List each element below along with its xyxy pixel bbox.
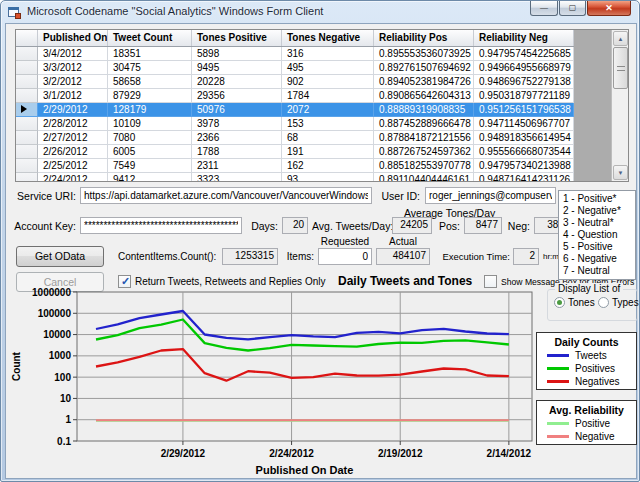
row-header-cell[interactable] <box>16 103 38 117</box>
row-header-cell[interactable] <box>16 145 38 159</box>
grid-cell[interactable]: 2/25/2012 <box>38 159 108 173</box>
table-row[interactable]: 2/29/20121281795097620720.88889319908835… <box>16 103 574 117</box>
row-header-cell[interactable] <box>16 159 38 173</box>
grid-cell[interactable]: 1788 <box>192 145 282 159</box>
grid-cell[interactable]: 3/4/2012 <box>38 47 108 61</box>
grid-cell[interactable]: 2/24/2012 <box>38 173 108 182</box>
list-item[interactable]: 7 - Neutral <box>563 265 635 277</box>
grid-cell[interactable]: 0.894052381984726 <box>374 75 474 89</box>
service-uri-input[interactable] <box>80 187 372 204</box>
grid-cell[interactable]: 9495 <box>192 61 282 75</box>
grid-cell[interactable]: 316 <box>282 47 374 61</box>
table-row[interactable]: 2/27/201270802366680.8788418721215560.94… <box>16 131 574 145</box>
grid-cell[interactable]: 0.890865642604313 <box>374 89 474 103</box>
tones-listbox[interactable]: 1 - Positive*2 - Negative*3 - Neutral*4 … <box>558 190 636 280</box>
grid-cell[interactable]: 7080 <box>108 131 192 145</box>
grid-cell[interactable]: 30475 <box>108 61 192 75</box>
table-row[interactable]: 3/1/2012879292935617840.8908656426043130… <box>16 89 574 103</box>
grid-column-header[interactable]: Published On <box>38 30 108 46</box>
grid-column-header[interactable]: Reliability Neg <box>474 30 574 46</box>
table-row[interactable]: 3/4/20121835158983160.8955535360739250.9… <box>16 47 574 61</box>
grid-cell[interactable]: 0.887452889666478 <box>374 117 474 131</box>
grid-cell[interactable]: 5898 <box>192 47 282 61</box>
grid-cell[interactable]: 153 <box>282 117 374 131</box>
grid-cell[interactable]: 0.950318797721189 <box>474 89 574 103</box>
grid-cell[interactable]: 68 <box>282 131 374 145</box>
grid-cell[interactable]: 2/28/2012 <box>38 117 108 131</box>
grid-cell[interactable]: 0.885182553970778 <box>374 159 474 173</box>
grid-cell[interactable]: 0.955566668073544 <box>474 145 574 159</box>
user-id-input[interactable] <box>425 187 556 204</box>
grid-cell[interactable]: 29356 <box>192 89 282 103</box>
grid-cell[interactable]: 0.949664955668979 <box>474 61 574 75</box>
grid-cell[interactable]: 1784 <box>282 89 374 103</box>
grid-cell[interactable]: 0.891104404446161 <box>374 173 474 182</box>
grid-cell[interactable]: 3/3/2012 <box>38 61 108 75</box>
grid-cell[interactable]: 2/29/2012 <box>38 103 108 117</box>
grid-cell[interactable]: 2/27/2012 <box>38 131 108 145</box>
grid-cell[interactable]: 0.948696752279138 <box>474 75 574 89</box>
table-row[interactable]: 2/25/2012754923111620.8851825539707780.9… <box>16 159 574 173</box>
list-item[interactable]: 4 - Question <box>563 229 635 241</box>
grid-column-header[interactable]: Tones Negative <box>282 30 374 46</box>
table-row[interactable]: 2/26/2012600517881910.8872675245973620.9… <box>16 145 574 159</box>
radio-types[interactable]: Types <box>598 297 639 308</box>
row-header-cell[interactable] <box>16 89 38 103</box>
grid-cell[interactable]: 0.88889319908835 <box>374 103 474 117</box>
grid-cell[interactable]: 902 <box>282 75 374 89</box>
grid-cell[interactable]: 9412 <box>108 173 192 182</box>
grid-cell[interactable]: 0.947957340213988 <box>474 159 574 173</box>
grid-column-header[interactable]: Reliability Pos <box>374 30 474 46</box>
grid-cell[interactable]: 495 <box>282 61 374 75</box>
scroll-up-icon[interactable]: ▲ <box>613 31 628 46</box>
grid-cell[interactable]: 2311 <box>192 159 282 173</box>
grid-cell[interactable]: 10109 <box>108 117 192 131</box>
table-row[interactable]: 2/28/20121010939781530.8874528896664780.… <box>16 117 574 131</box>
grid-cell[interactable]: 3323 <box>192 173 282 182</box>
row-header-cell[interactable] <box>16 61 38 75</box>
data-grid[interactable]: Published OnTweet CountTones PositiveTon… <box>15 29 629 182</box>
grid-cell[interactable]: 0.947114506967707 <box>474 117 574 131</box>
account-key-input[interactable] <box>80 217 242 234</box>
grid-cell[interactable]: 0.947957454225685 <box>474 47 574 61</box>
scroll-down-icon[interactable]: ▼ <box>613 165 628 180</box>
maximize-button[interactable]: ▢ <box>559 1 586 16</box>
grid-vertical-scrollbar[interactable]: ▲ ▼ <box>611 30 628 181</box>
grid-cell[interactable]: 2072 <box>282 103 374 117</box>
items-requested-input[interactable] <box>318 248 372 265</box>
grid-cell[interactable]: 128179 <box>108 103 192 117</box>
grid-cell[interactable]: 6005 <box>108 145 192 159</box>
grid-cell[interactable]: 3978 <box>192 117 282 131</box>
get-odata-button[interactable]: Get OData <box>16 246 104 267</box>
grid-cell[interactable]: 0.951256151796538 <box>474 103 574 117</box>
grid-cell[interactable]: 0.887267524597362 <box>374 145 474 159</box>
grid-cell[interactable]: 3/1/2012 <box>38 89 108 103</box>
scrollbar-thumb[interactable] <box>613 47 628 89</box>
grid-cell[interactable]: 191 <box>282 145 374 159</box>
list-item[interactable]: 2 - Negative* <box>563 205 635 217</box>
row-header-cell[interactable] <box>16 47 38 61</box>
grid-cell[interactable]: 2366 <box>192 131 282 145</box>
grid-cell[interactable]: 3/2/2012 <box>38 75 108 89</box>
grid-cell[interactable]: 2/26/2012 <box>38 145 108 159</box>
grid-cell[interactable]: 0.948716414231126 <box>474 173 574 182</box>
row-header-cell[interactable] <box>16 117 38 131</box>
close-button[interactable]: ✕ <box>587 1 631 16</box>
grid-cell[interactable]: 0.895553536073925 <box>374 47 474 61</box>
grid-cell[interactable]: 0.892761507694692 <box>374 61 474 75</box>
list-item[interactable]: 5 - Positive <box>563 241 635 253</box>
grid-cell[interactable]: 18351 <box>108 47 192 61</box>
grid-cell[interactable]: 162 <box>282 159 374 173</box>
grid-column-header[interactable]: Tweet Count <box>108 30 192 46</box>
grid-column-header[interactable]: Tones Positive <box>192 30 282 46</box>
minimize-button[interactable]: — <box>530 1 558 16</box>
list-item[interactable]: 1 - Positive* <box>563 193 635 205</box>
grid-cell[interactable]: 0.878841872121556 <box>374 131 474 145</box>
table-row[interactable]: 2/24/201294123323930.8911044044461610.94… <box>16 173 574 182</box>
list-item[interactable]: 6 - Negative <box>563 253 635 265</box>
grid-cell[interactable]: 50976 <box>192 103 282 117</box>
grid-cell[interactable]: 93 <box>282 173 374 182</box>
list-item[interactable]: 3 - Neutral* <box>563 217 635 229</box>
table-row[interactable]: 3/3/20123047594954950.8927615076946920.9… <box>16 61 574 75</box>
table-row[interactable]: 3/2/201258658202289020.8940523819847260.… <box>16 75 574 89</box>
